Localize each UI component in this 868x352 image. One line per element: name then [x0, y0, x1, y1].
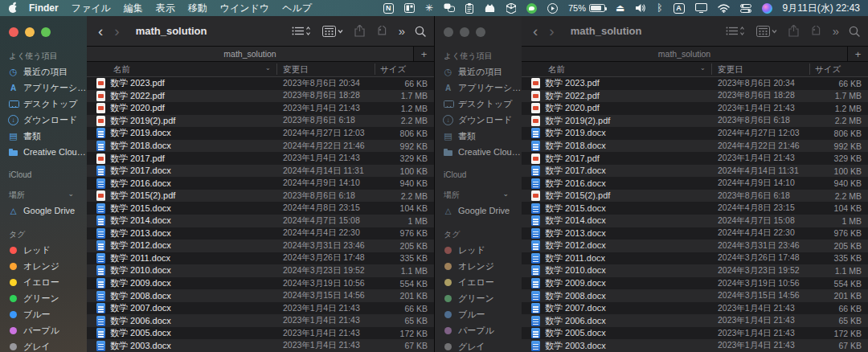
menu-app-name[interactable]: Finder	[29, 2, 59, 14]
menu-bar-clock[interactable]: 9月11日(水) 22:43	[783, 2, 861, 15]
file-row[interactable]: 数学 2017.pdf 2023年1月4日 21:43 329 KB	[522, 152, 868, 165]
play-circle-icon[interactable]	[547, 2, 558, 14]
tiles-icon[interactable]	[404, 2, 415, 14]
file-row[interactable]: 数学 2020.pdf 2023年1月4日 21:43 1.2 MB	[522, 102, 868, 115]
column-header-name[interactable]: 名前	[548, 64, 565, 76]
battery-icon[interactable]: 75%	[568, 3, 605, 13]
more-toolbar-icon[interactable]: »	[833, 24, 837, 38]
cube-app-icon[interactable]	[506, 2, 516, 14]
close-button[interactable]	[444, 27, 453, 37]
sidebar-tag-item[interactable]: オレンジ	[435, 258, 522, 274]
minimize-button[interactable]	[460, 27, 469, 37]
sidebar-item[interactable]: ダウンロード	[435, 112, 522, 128]
column-header-size[interactable]: サイズ	[815, 64, 841, 76]
file-row[interactable]: 数学 2009.docx 2024年3月19日 10:56 554 KB	[522, 277, 868, 290]
file-row[interactable]: 数学 2017.docx 2024年4月14日 11:31 100 KB	[87, 165, 434, 178]
file-row[interactable]: 数学 2017.docx 2024年4月14日 11:31 100 KB	[522, 165, 868, 178]
file-row[interactable]: 数学 2020.pdf 2023年1月4日 21:43 1.2 MB	[87, 102, 434, 115]
file-row[interactable]: 数学 2006.docx 2023年1月4日 21:43 65 KB	[522, 314, 868, 327]
sidebar-item[interactable]: Creative Cloud F…	[435, 144, 522, 160]
search-icon[interactable]	[849, 26, 860, 37]
minimize-button[interactable]	[25, 27, 35, 37]
sidebar-tag-item[interactable]: イエロー	[0, 274, 87, 290]
sidebar-tag-item[interactable]: ブルー	[435, 306, 522, 322]
file-row[interactable]: 数学 2008.docx 2024年3月15日 14:56 201 KB	[87, 289, 434, 302]
view-list-sort-icon[interactable]	[292, 26, 311, 36]
sidebar-item[interactable]: 最近の項目	[435, 63, 522, 80]
file-row[interactable]: 数学 2010.docx 2024年3月23日 19:52 1.1 MB	[87, 264, 434, 277]
chevron-down-icon[interactable]: ⌄	[68, 190, 74, 201]
search-icon[interactable]	[415, 26, 426, 37]
siri-icon[interactable]	[762, 3, 772, 14]
zoom-button[interactable]	[41, 27, 51, 37]
file-row[interactable]: 数学 2015(2).pdf 2023年8月6日 6:18 2.2 MB	[522, 190, 868, 203]
file-row[interactable]: 数学 2011.docx 2024年3月26日 17:48 335 KB	[87, 252, 434, 265]
volume-icon[interactable]	[635, 2, 646, 14]
sidebar-item[interactable]: Google Drive	[0, 203, 87, 219]
file-row[interactable]: 数学 2023.pdf 2023年8月6日 20:34 66 KB	[522, 77, 868, 90]
sidebar-item[interactable]: アプリケーション	[0, 80, 87, 96]
file-row[interactable]: 数学 2012.docx 2024年3月31日 23:46 205 KB	[87, 239, 434, 252]
column-header-modified[interactable]: 変更日	[283, 64, 309, 76]
clipboard-icon[interactable]	[465, 2, 473, 14]
file-row[interactable]: 数学 2015.docx 2024年4月8日 23:15 104 KB	[522, 202, 868, 215]
share-icon[interactable]	[788, 25, 799, 37]
file-row[interactable]: 数学 2003.docx 2023年1月4日 21:43 67 KB	[522, 339, 868, 352]
file-row[interactable]: 数学 2022.pdf 2023年8月6日 18:28 1.7 MB	[522, 90, 868, 103]
more-toolbar-icon[interactable]: »	[399, 24, 403, 38]
notion-icon[interactable]: N	[383, 3, 394, 14]
sidebar-item[interactable]: 書類	[435, 128, 522, 144]
file-row[interactable]: 数学 2005.docx 2023年1月4日 21:43 172 KB	[522, 327, 868, 340]
menu-go[interactable]: 移動	[188, 2, 207, 15]
sidebar-tag-item[interactable]: グリーン	[0, 290, 87, 306]
menu-edit[interactable]: 編集	[124, 2, 143, 15]
input-source-a-icon[interactable]: A	[674, 3, 685, 14]
line-icon[interactable]	[526, 3, 537, 14]
cat-app-icon[interactable]	[484, 2, 496, 14]
tag-icon[interactable]	[810, 26, 821, 37]
flower-settings-icon[interactable]: ✳	[425, 2, 433, 14]
sidebar-item[interactable]: デスクトップ	[435, 96, 522, 112]
tab-math-solution[interactable]: math_solution	[522, 47, 847, 61]
sidebar-item[interactable]: 最近の項目	[0, 63, 87, 80]
sidebar-tag-item[interactable]: オレンジ	[0, 258, 87, 274]
file-row[interactable]: 数学 2015.docx 2024年4月8日 23:15 104 KB	[87, 202, 434, 215]
sidebar-item[interactable]: アプリケーション	[435, 80, 522, 96]
close-button[interactable]	[9, 27, 18, 37]
file-row[interactable]: 数学 2019(2).pdf 2023年8月6日 6:18 2.2 MB	[522, 115, 868, 128]
display-icon[interactable]	[695, 2, 707, 14]
file-row[interactable]: 数学 2019.docx 2024年4月27日 12:03 806 KB	[522, 127, 868, 140]
file-row[interactable]: 数学 2013.docx 2024年4月4日 22:30 976 KB	[87, 227, 434, 240]
sidebar-tag-item[interactable]: グレイ	[0, 338, 87, 352]
file-row[interactable]: 数学 2012.docx 2024年3月31日 23:46 205 KB	[522, 239, 868, 252]
forward-button[interactable]: ›	[114, 23, 119, 39]
new-tab-button[interactable]: +	[847, 47, 868, 61]
file-row[interactable]: 数学 2003.docx 2023年1月4日 21:43 67 KB	[87, 339, 434, 352]
tab-math-solution[interactable]: math_solution	[87, 47, 413, 61]
sidebar-tag-item[interactable]: パープル	[435, 322, 522, 338]
file-row[interactable]: 数学 2009.docx 2024年3月19日 10:56 554 KB	[87, 277, 434, 290]
menu-help[interactable]: ヘルプ	[282, 2, 312, 15]
group-by-icon[interactable]	[322, 26, 343, 37]
file-row[interactable]: 数学 2007.docx 2023年1月4日 21:43 66 KB	[87, 302, 434, 315]
sidebar-item[interactable]: ダウンロード	[0, 112, 87, 128]
file-row[interactable]: 数学 2023.pdf 2023年8月6日 20:34 66 KB	[87, 77, 434, 90]
file-row[interactable]: 数学 2007.docx 2023年1月4日 21:43 66 KB	[522, 302, 868, 315]
sidebar-tag-item[interactable]: レッド	[0, 242, 87, 258]
sidebar-item[interactable]: デスクトップ	[0, 96, 87, 112]
back-button[interactable]: ‹	[533, 23, 538, 39]
translate-chat-icon[interactable]	[444, 2, 455, 14]
group-by-icon[interactable]	[756, 26, 777, 37]
file-row[interactable]: 数学 2022.pdf 2023年8月6日 18:28 1.7 MB	[87, 90, 434, 103]
back-button[interactable]: ‹	[98, 23, 103, 39]
sidebar-tag-item[interactable]: レッド	[435, 242, 522, 258]
file-row[interactable]: 数学 2011.docx 2024年3月26日 17:48 335 KB	[522, 252, 868, 265]
column-header-name[interactable]: 名前	[113, 64, 130, 76]
column-header-modified[interactable]: 変更日	[718, 64, 743, 76]
sidebar-tag-item[interactable]: イエロー	[435, 274, 522, 290]
file-row[interactable]: 数学 2010.docx 2024年3月23日 19:52 1.1 MB	[522, 264, 868, 277]
file-row[interactable]: 数学 2016.docx 2024年4月9日 14:10 940 KB	[522, 177, 868, 190]
file-row[interactable]: 数学 2014.docx 2024年4月7日 15:08 1 MB	[522, 215, 868, 227]
menu-window[interactable]: ウインドウ	[220, 2, 269, 15]
forward-button[interactable]: ›	[549, 23, 554, 39]
